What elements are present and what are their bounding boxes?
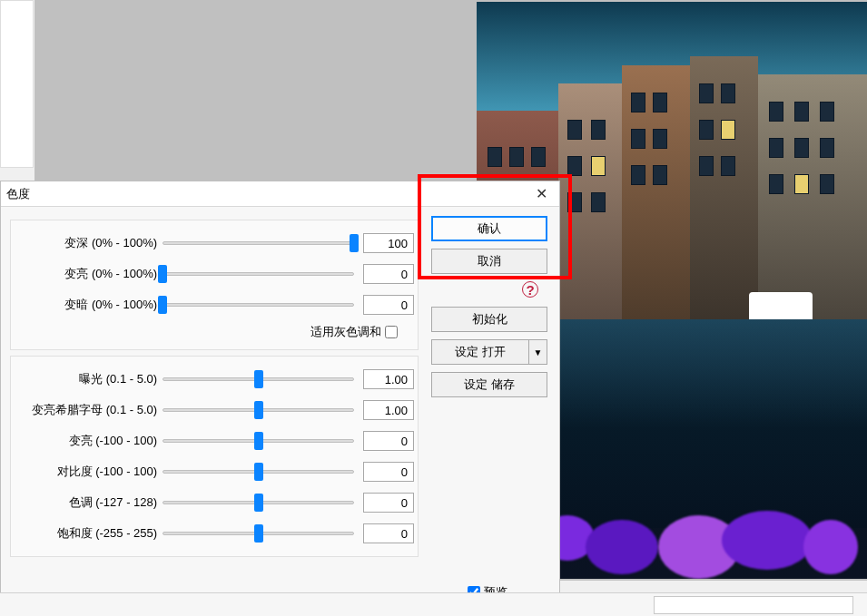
darken-lighten-row: 变深 (0% - 100%) [15,228,414,259]
exposure-row: 对比度 (-100 - 100) [15,456,414,487]
cancel-button[interactable]: 取消 [431,249,547,274]
exposure-slider-thumb[interactable] [254,370,263,388]
exposure-label: 饱和度 (-255 - 255) [15,525,163,542]
darken-lighten-label: 变亮 (0% - 100%) [15,266,163,282]
exposure-slider[interactable] [163,370,354,388]
exposure-slider[interactable] [163,463,354,481]
exposure-value-input[interactable] [363,493,414,513]
darken-lighten-slider[interactable] [163,296,354,314]
darken-lighten-value-input[interactable] [363,233,414,253]
gray-tone-checkbox[interactable] [385,326,398,338]
group-exposure: 曝光 (0.1 - 5.0)变亮希腊字母 (0.1 - 5.0)变亮 (-100… [10,356,419,557]
darken-lighten-slider[interactable] [163,234,354,252]
darken-lighten-label: 变深 (0% - 100%) [15,235,163,251]
dialog-title: 色度 [1,181,559,207]
settings-open-button[interactable]: 设定 打开 [431,339,529,365]
exposure-slider-thumb[interactable] [254,463,263,481]
exposure-row: 曝光 (0.1 - 5.0) [15,364,414,395]
exposure-label: 变亮 (-100 - 100) [15,433,163,449]
darken-lighten-row: 变暗 (0% - 100%) [15,289,414,320]
bottom-input-stub [654,596,853,614]
controls-pane: 变深 (0% - 100%)变亮 (0% - 100%)变暗 (0% - 100… [1,207,428,615]
exposure-value-input[interactable] [363,400,414,420]
exposure-value-input[interactable] [363,523,414,543]
darken-lighten-value-input[interactable] [363,295,414,315]
exposure-row: 色调 (-127 - 128) [15,487,414,518]
ok-button[interactable]: 确认 [431,216,547,241]
exposure-row: 变亮 (-100 - 100) [15,425,414,456]
darken-lighten-row: 变亮 (0% - 100%) [15,259,414,289]
close-button[interactable]: ✕ [527,183,556,203]
exposure-row: 饱和度 (-255 - 255) [15,518,414,549]
initialize-button[interactable]: 初始化 [431,307,547,332]
exposure-value-input[interactable] [363,431,414,451]
exposure-slider[interactable] [163,524,354,543]
darken-lighten-slider-thumb[interactable] [158,296,167,314]
close-icon: ✕ [536,185,547,202]
exposure-slider-thumb[interactable] [254,494,263,512]
actions-pane: 确认 取消 ? 初始化 设定 打开 ▼ 设定 储存 预览 [428,207,559,615]
exposure-label: 对比度 (-100 - 100) [15,464,163,480]
exposure-slider[interactable] [163,494,354,512]
exposure-row: 变亮希腊字母 (0.1 - 5.0) [15,395,414,425]
chroma-dialog: 色度 ✕ 变深 (0% - 100%)变亮 (0% - 100%)变暗 (0% … [0,181,560,616]
exposure-value-input[interactable] [363,369,414,389]
exposure-slider-thumb[interactable] [254,524,263,543]
darken-lighten-slider[interactable] [163,265,354,283]
settings-open-dropdown[interactable]: ▼ [529,339,547,365]
settings-save-button[interactable]: 设定 储存 [431,372,547,397]
group-darken-lighten: 变深 (0% - 100%)变亮 (0% - 100%)变暗 (0% - 100… [10,220,419,350]
exposure-label: 曝光 (0.1 - 5.0) [15,371,163,387]
exposure-slider-thumb[interactable] [254,401,263,419]
exposure-label: 变亮希腊字母 (0.1 - 5.0) [15,402,163,418]
exposure-label: 色调 (-127 - 128) [15,494,163,511]
darken-lighten-label: 变暗 (0% - 100%) [15,297,163,313]
exposure-slider[interactable] [163,401,354,419]
darken-lighten-slider-thumb[interactable] [158,265,167,283]
help-icon[interactable]: ? [522,281,538,298]
left-sidebar-stub [0,0,34,168]
darken-lighten-value-input[interactable] [363,264,414,284]
exposure-slider-thumb[interactable] [254,432,263,450]
gray-tone-label: 适用灰色调和 [310,324,381,340]
exposure-value-input[interactable] [363,462,414,482]
exposure-slider[interactable] [163,432,354,450]
darken-lighten-slider-thumb[interactable] [350,234,359,252]
